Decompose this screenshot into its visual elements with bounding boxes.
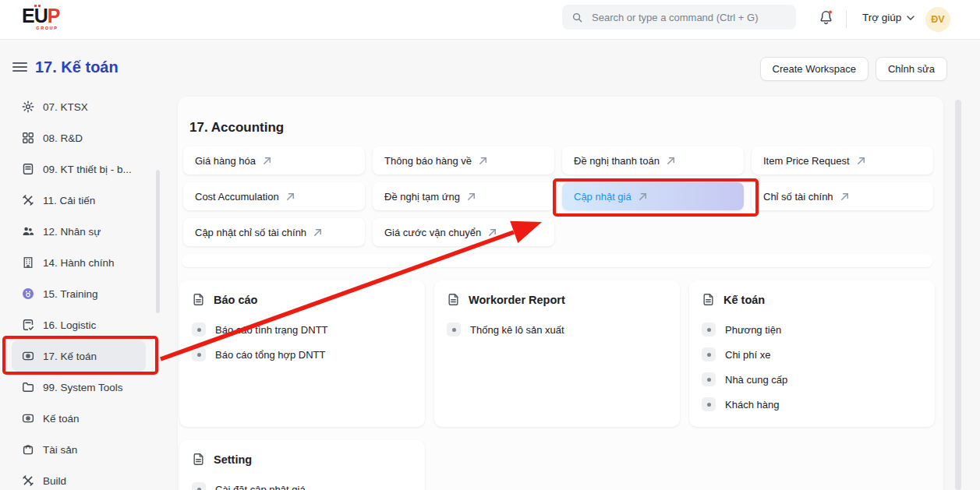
- people-icon: [22, 225, 34, 238]
- sidebar-toggle-icon[interactable]: [12, 62, 27, 72]
- bullet-icon: [192, 323, 206, 337]
- sidebar-item-15-training[interactable]: 15. Training: [0, 278, 165, 309]
- review-icon: [22, 412, 34, 425]
- sidebar-item-12-nhan-su[interactable]: 12. Nhân sự: [0, 216, 165, 247]
- shortcut-gia-hang-hoa[interactable]: Giá hàng hóa: [183, 146, 365, 174]
- gear-icon: [22, 100, 34, 113]
- training-icon: [22, 287, 34, 300]
- edit-button[interactable]: Chỉnh sửa: [876, 57, 947, 81]
- bullet-icon: [702, 372, 716, 386]
- bullet-icon: [702, 323, 716, 337]
- shortcut-label: Cập nhật chỉ số tài chính: [195, 227, 306, 238]
- shortcut-label: Cost Accumulation: [195, 191, 279, 203]
- sidebar-item-14-hanh-chinh[interactable]: 14. Hành chính: [0, 247, 165, 278]
- page-scrollbar[interactable]: [955, 100, 961, 490]
- sidebar-item-99-system-tools[interactable]: 99. System Tools: [0, 372, 165, 403]
- section-spacer: [182, 255, 932, 267]
- sidebar-item-07-ktsx[interactable]: 07. KTSX: [0, 91, 165, 122]
- sidebar-item-17-ke-toan[interactable]: 17. Kế toán: [12, 340, 146, 372]
- shortcut-label: Đề nghị thanh toán: [574, 155, 660, 167]
- bag-icon: [22, 443, 34, 456]
- card-link-phuong-tien[interactable]: Phương tiện: [702, 317, 922, 342]
- shortcut-cost-accumulation[interactable]: Cost Accumulation: [183, 182, 365, 210]
- global-search[interactable]: [562, 5, 796, 30]
- header-actions: Create Workspace Chỉnh sửa: [760, 57, 947, 81]
- card-setting: SettingCài đặt cập nhật giá: [179, 440, 425, 490]
- shortcut-cap-nhat-gia[interactable]: Cập nhật giá: [562, 182, 744, 210]
- card-link-bao-cao-tong-hop-dntt[interactable]: Báo cáo tổng hợp DNTT: [192, 342, 412, 367]
- arrow-up-right-icon: [286, 192, 295, 201]
- sidebar-item-tai-san[interactable]: Tài sản: [0, 434, 165, 465]
- shortcut-label: Thông báo hàng về: [384, 155, 472, 167]
- sidebar-item-ke-toan[interactable]: Kế toán: [0, 403, 165, 434]
- user-avatar[interactable]: ĐV: [925, 7, 950, 32]
- logo-subtext: GROUP: [22, 26, 59, 31]
- arrow-up-right-icon: [639, 192, 647, 201]
- shortcut-gia-cuoc-van-chuyen[interactable]: Giá cước vận chuyển: [373, 218, 554, 246]
- shortcut-item-price-request[interactable]: Item Price Request: [752, 146, 933, 174]
- shortcut-de-nghi-thanh-toan[interactable]: Đề nghị thanh toán: [562, 146, 744, 174]
- card-link-label: Cài đặt cập nhật giá: [215, 484, 306, 490]
- card-link-label: Khách hàng: [725, 399, 779, 411]
- arrow-up-right-icon: [840, 192, 849, 201]
- shortcut-label: Chỉ số tài chính: [763, 191, 833, 203]
- sidebar-item-11-cai-tien[interactable]: 11. Cải tiến: [0, 185, 165, 216]
- sidebar-item-09-kt-thiet-bi-b[interactable]: 09. KT thiết bị - b...: [0, 153, 165, 185]
- card-title: Kế toán: [724, 294, 765, 306]
- sidebar-item-label: 09. KT thiết bị - b...: [43, 164, 132, 175]
- document-check-icon: [22, 319, 34, 331]
- file-text-icon: [447, 293, 460, 306]
- logo-text: EUP: [22, 6, 59, 26]
- workspace-content: 17. Accounting Giá hàng hóaThông báo hàn…: [178, 97, 943, 490]
- notifications-bell-icon[interactable]: [815, 7, 836, 30]
- card-link-cai-dat-cap-nhat-gia[interactable]: Cài đặt cập nhật giá: [192, 477, 412, 490]
- sidebar-item-label: 07. KTSX: [43, 101, 88, 113]
- grid-icon: [22, 132, 34, 144]
- file-text-icon: [192, 453, 205, 466]
- card-link-thong-ke-lo-san-xuat[interactable]: Thống kê lô sản xuất: [447, 317, 667, 342]
- shortcut-chi-so-tai-chinh[interactable]: Chỉ số tài chính: [752, 182, 933, 210]
- building-icon: [22, 256, 34, 269]
- bullet-icon: [447, 323, 461, 337]
- card-header: Setting: [192, 453, 412, 466]
- sidebar-scrollbar[interactable]: [156, 170, 160, 313]
- sidebar-item-build[interactable]: Build: [0, 465, 165, 490]
- card-title: Setting: [214, 453, 252, 466]
- card-link-nha-cung-cap[interactable]: Nhà cung cấp: [702, 367, 922, 392]
- sidebar-item-label: 15. Training: [43, 288, 98, 300]
- search-input[interactable]: [590, 11, 787, 24]
- shortcut-thong-bao-hang-ve[interactable]: Thông báo hàng về: [373, 146, 554, 174]
- shortcut-label: Giá hàng hóa: [195, 155, 256, 167]
- chevron-down-icon: [907, 16, 915, 20]
- arrow-up-right-icon: [467, 192, 476, 201]
- file-text-icon: [702, 293, 715, 306]
- review-icon: [22, 350, 34, 362]
- card-workorder-report: Workorder ReportThống kê lô sản xuất: [434, 280, 680, 427]
- card-links: Thống kê lô sản xuất: [447, 317, 667, 342]
- arrow-up-right-icon: [857, 157, 865, 165]
- shortcut-cap-nhat-chi-so-tai-chinh[interactable]: Cập nhật chỉ số tài chính: [183, 218, 365, 246]
- sidebar-item-08-r-d[interactable]: 08. R&D: [0, 122, 165, 153]
- sidebar-item-label: 17. Kế toán: [43, 351, 97, 362]
- sidebar-item-16-logistic[interactable]: 16. Logistic: [0, 309, 165, 340]
- create-workspace-button[interactable]: Create Workspace: [760, 57, 869, 81]
- sidebar-item-label: 11. Cải tiến: [43, 195, 95, 206]
- card-link-bao-cao-tinh-trang-dntt[interactable]: Báo cáo tình trạng DNTT: [192, 317, 412, 342]
- help-dropdown[interactable]: Trợ giúp: [858, 11, 919, 24]
- card-links: Báo cáo tình trạng DNTTBáo cáo tổng hợp …: [192, 317, 412, 367]
- bullet-icon: [702, 397, 716, 411]
- sidebar-item-label: 14. Hành chính: [43, 257, 115, 269]
- logo-umlaut-dots: [34, 5, 41, 7]
- shortcut-de-nghi-tam-ung[interactable]: Đề nghị tạm ứng: [373, 182, 554, 210]
- eup-logo[interactable]: EUP GROUP: [22, 6, 59, 31]
- bullet-icon: [702, 347, 716, 361]
- topbar-divider: [846, 10, 847, 28]
- search-icon: [571, 12, 583, 23]
- card-link-khach-hang[interactable]: Khách hàng: [702, 392, 922, 417]
- arrow-up-right-icon: [313, 228, 322, 237]
- card-title: Báo cáo: [214, 294, 257, 306]
- card-link-label: Chi phí xe: [725, 349, 771, 361]
- card-link-label: Nhà cung cấp: [725, 374, 787, 386]
- card-link-chi-phi-xe[interactable]: Chi phí xe: [702, 342, 922, 367]
- cards-row: Báo cáoBáo cáo tình trạng DNTTBáo cáo tổ…: [179, 280, 943, 427]
